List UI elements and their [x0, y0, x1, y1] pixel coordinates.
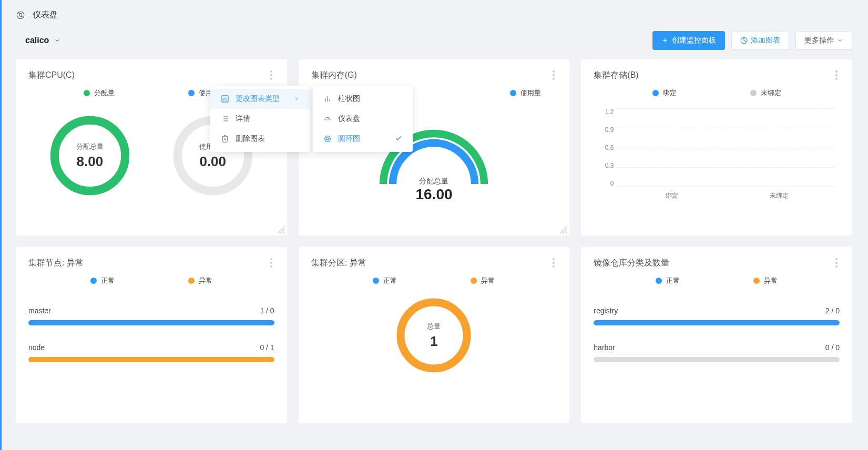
panel-more-button[interactable]: [548, 70, 559, 80]
legend: 正常 异常: [594, 276, 840, 285]
toolbar: calico 创建监控面板 添加图表 更多操作: [0, 28, 868, 59]
dot-icon: [750, 90, 757, 96]
page-accent-bar: [0, 0, 2, 450]
create-panel-button[interactable]: 创建监控面板: [652, 31, 725, 50]
legend-item-normal: 正常: [90, 276, 115, 285]
compass-icon: [16, 11, 25, 20]
submenu-item-ring[interactable]: 圆环图: [313, 129, 413, 149]
dot-icon: [753, 278, 760, 284]
submenu-item-gauge[interactable]: 仪表盘: [313, 109, 413, 129]
svg-point-23: [325, 136, 331, 142]
svg-line-22: [328, 118, 329, 120]
more-actions-label: 更多操作: [804, 36, 834, 45]
panel-title: 集群CPU(C): [28, 70, 274, 81]
panel-grid: 集群CPU(C) 分配量 使用量 分配总量8.00 使用总量0.00: [0, 59, 868, 439]
panel-more-button[interactable]: [548, 258, 559, 268]
svg-marker-1: [19, 13, 22, 17]
legend-item-normal: 正常: [656, 276, 680, 285]
progress-list: master1 / 0 node0 / 1: [28, 306, 274, 362]
panel-more-button[interactable]: [831, 258, 842, 268]
chart-type-icon: [221, 95, 229, 103]
progress-fill: [594, 357, 840, 362]
progress-item: harbor0 / 0: [594, 343, 840, 362]
progress-fill: [594, 320, 840, 325]
y-tick: 0.3: [599, 162, 614, 169]
svg-point-24: [326, 138, 329, 140]
menu-item-delete[interactable]: 删除图表: [210, 129, 310, 149]
progress-value: 0 / 0: [825, 343, 840, 352]
legend: 正常 异常: [311, 276, 557, 285]
panel-title: 集群内存(G): [311, 70, 557, 81]
legend-item-usage: 使用量: [510, 88, 541, 98]
progress-item: master1 / 0: [28, 306, 274, 325]
chart-type-submenu: 柱状图 仪表盘 圆环图: [313, 86, 413, 152]
check-icon: [395, 135, 402, 144]
panel-context-menu: 更改图表类型 详情 删除图表 柱状图: [210, 86, 310, 152]
add-chart-button[interactable]: 添加图表: [731, 31, 789, 50]
chevron-right-icon: [293, 96, 300, 102]
panel-title: 集群存储(B): [594, 70, 840, 81]
dot-icon: [652, 90, 659, 96]
bar-chart-icon: [323, 95, 332, 103]
submenu-item-bar[interactable]: 柱状图: [313, 89, 413, 109]
legend-item-abnormal: 异常: [471, 276, 495, 285]
plus-icon: [661, 37, 669, 44]
progress-name: node: [28, 343, 45, 352]
dot-icon: [373, 278, 379, 284]
add-chart-label: 添加图表: [751, 36, 780, 45]
legend: 正常 异常: [28, 276, 274, 285]
progress-name: registry: [594, 306, 618, 315]
progress-value: 2 / 0: [825, 306, 840, 315]
panel-storage: 集群存储(B) 绑定 未绑定 1.2 0.9 0.6 0.3 0: [581, 59, 852, 236]
legend-item-alloc: 分配量: [84, 88, 115, 98]
menu-item-change-type[interactable]: 更改图表类型: [210, 89, 310, 109]
trash-icon: [221, 135, 229, 143]
legend: 绑定 未绑定: [594, 88, 840, 98]
y-tick: 0: [599, 180, 614, 187]
dashboard-selector[interactable]: calico: [25, 36, 60, 45]
menu-item-details[interactable]: 详情: [210, 109, 310, 129]
panel-title: 镜像仓库分类及数量: [594, 258, 840, 269]
pie-chart-icon: [740, 37, 748, 44]
progress-item: registry2 / 0: [594, 306, 840, 325]
y-tick: 1.2: [599, 108, 614, 116]
legend-item-normal: 正常: [373, 276, 397, 285]
panel-cpu: 集群CPU(C) 分配量 使用量 分配总量8.00 使用总量0.00: [16, 59, 287, 236]
legend-item-unbound: 未绑定: [750, 88, 781, 98]
x-label: 未绑定: [770, 191, 789, 200]
dashboard-name-text: calico: [25, 36, 49, 45]
dot-icon: [188, 278, 195, 284]
page-title: 仪表盘: [33, 9, 58, 21]
resize-handle-icon[interactable]: [560, 226, 567, 233]
panel-title: 集群分区: 异常: [311, 258, 557, 269]
panel-title: 集群节点: 异常: [28, 258, 274, 269]
create-panel-label: 创建监控面板: [672, 36, 716, 45]
chevron-down-icon: [54, 37, 60, 44]
dot-icon: [656, 278, 662, 284]
x-label: 绑定: [666, 191, 678, 200]
dot-icon: [84, 90, 90, 96]
progress-list: registry2 / 0 harbor0 / 0: [594, 306, 840, 362]
progress-value: 0 / 1: [260, 343, 274, 352]
resize-handle-icon[interactable]: [278, 226, 285, 233]
progress-fill: [28, 320, 274, 325]
dot-icon: [188, 90, 195, 96]
ring-gauge: 总量1: [311, 296, 557, 375]
ring-chart-icon: [323, 135, 332, 143]
panel-more-button[interactable]: [266, 258, 277, 268]
dot-icon: [471, 278, 477, 284]
chevron-down-icon: [837, 37, 843, 44]
list-icon: [221, 115, 229, 123]
panel-more-button[interactable]: [266, 70, 277, 80]
gauge-icon: [323, 115, 332, 123]
panel-nodes: 集群节点: 异常 正常 异常 master1 / 0 node0 / 1: [16, 247, 287, 423]
legend-item-abnormal: 异常: [753, 276, 778, 285]
dot-icon: [510, 90, 516, 96]
legend-item-abnormal: 异常: [188, 276, 212, 285]
y-tick: 0.9: [599, 126, 614, 134]
more-actions-button[interactable]: 更多操作: [795, 31, 852, 50]
svg-point-0: [17, 12, 24, 19]
panel-more-button[interactable]: [831, 70, 842, 80]
bar-chart: 1.2 0.9 0.6 0.3 0 绑定 未绑定: [594, 108, 840, 200]
panel-registry: 镜像仓库分类及数量 正常 异常 registry2 / 0 harbor0 / …: [581, 247, 852, 423]
